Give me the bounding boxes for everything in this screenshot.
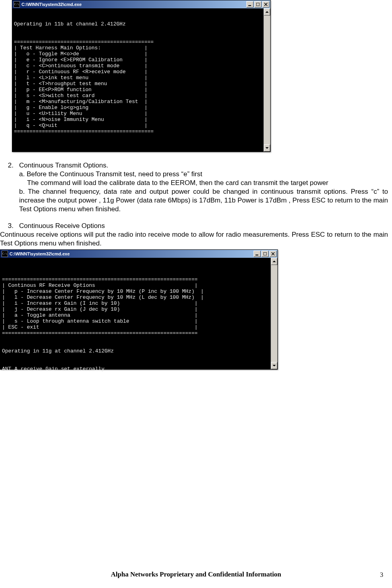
page-number: 3: [380, 571, 383, 578]
window-titlebar[interactable]: C:\ C:\WINNT\system32\cmd.exe: [0, 250, 277, 258]
arrow-up-icon: [265, 11, 269, 13]
close-icon: [271, 252, 275, 255]
window-title: C:\WINNT\system32\cmd.exe: [10, 251, 253, 256]
close-icon: [264, 3, 267, 6]
window-titlebar[interactable]: C:\ C:\WINNT\system32\cmd.exe: [12, 0, 270, 8]
minimize-button[interactable]: [246, 1, 254, 8]
scroll-up-button[interactable]: [271, 258, 277, 265]
svg-rect-1: [256, 3, 259, 6]
scroll-down-button[interactable]: [264, 144, 270, 152]
minimize-icon: [255, 252, 259, 255]
svg-rect-0: [248, 5, 251, 6]
section-2a-line1: a. Before the Continuous Transmit test, …: [19, 170, 388, 179]
scrollbar[interactable]: [271, 258, 277, 369]
cmd-window-receive-options: C:\ C:\WINNT\system32\cmd.exe ==========…: [0, 249, 278, 370]
section-3: 3. Continuous Receive Options: [0, 222, 388, 230]
footer-text: Alpha Networks Proprietary and Confident…: [0, 570, 392, 578]
section-2-title: Continuous Transmit Options.: [19, 161, 388, 170]
minimize-button[interactable]: [254, 251, 261, 257]
scrollbar[interactable]: [263, 8, 270, 152]
close-button[interactable]: [269, 251, 277, 257]
list-number: 3.: [0, 222, 19, 230]
svg-rect-4: [255, 255, 258, 255]
arrow-down-icon: [265, 147, 269, 149]
section-2: 2. Continuous Transmit Options. a. Befor…: [0, 161, 388, 214]
console-content: Operating in 11b at channel 2.412GHz ===…: [12, 20, 270, 135]
list-number: 2.: [0, 161, 19, 214]
section-2b: b. The channel frequency, data rate and …: [19, 188, 388, 213]
cmd-icon: C:\: [14, 1, 20, 8]
close-button[interactable]: [262, 1, 269, 8]
cmd-icon: C:\: [2, 251, 8, 257]
arrow-down-icon: [273, 365, 276, 366]
scroll-up-button[interactable]: [264, 8, 270, 16]
cmd-window-main-options: C:\ C:\WINNT\system32\cmd.exe Operating …: [12, 0, 271, 152]
section-3-body: Continuous receive options will put the …: [0, 230, 388, 248]
section-3-title: Continuous Receive Options: [19, 222, 388, 230]
console-content: ========================================…: [0, 270, 277, 373]
arrow-up-icon: [273, 261, 276, 262]
window-title: C:\WINNT\system32\cmd.exe: [21, 2, 246, 7]
svg-rect-5: [263, 252, 267, 255]
section-2a-line2: The command will load the calibrate data…: [19, 179, 388, 187]
maximize-icon: [256, 3, 259, 6]
maximize-button[interactable]: [261, 251, 269, 257]
scroll-down-button[interactable]: [271, 362, 277, 369]
maximize-button[interactable]: [254, 1, 261, 8]
maximize-icon: [263, 252, 267, 255]
minimize-icon: [248, 3, 252, 6]
